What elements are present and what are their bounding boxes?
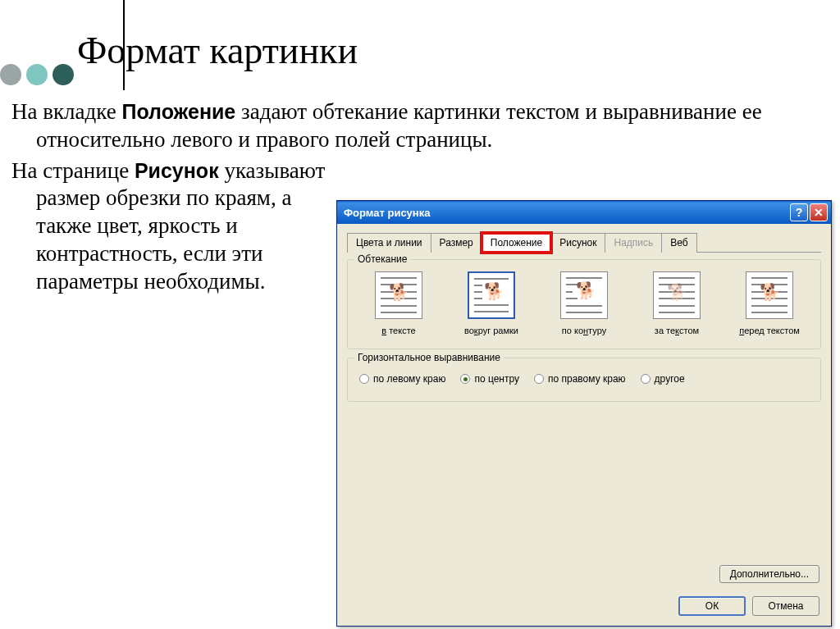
tab-position[interactable]: Положение (482, 233, 551, 253)
decorative-dots (0, 64, 74, 85)
wrap-front-label: перед текстом (739, 326, 800, 335)
align-other[interactable]: другое (641, 373, 685, 385)
wrap-tight[interactable]: 🐕 по контуру (543, 271, 625, 335)
wrap-square-icon: 🐕 (468, 271, 515, 319)
wrap-tight-icon: 🐕 (560, 271, 608, 319)
wrap-fieldset: Обтекание 🐕 в тексте 🐕 вокруг рамки (347, 259, 821, 349)
wrap-behind-icon: 🐕 (653, 271, 701, 319)
dialog-titlebar[interactable]: Формат рисунка ? ✕ (337, 201, 831, 224)
para1-bold: Положение (121, 100, 235, 123)
dialog-tabs: Цвета и линии Размер Положение Рисунок Н… (347, 232, 821, 253)
format-picture-dialog: Формат рисунка ? ✕ Цвета и линии Размер … (336, 200, 832, 627)
tab-picture[interactable]: Рисунок (550, 233, 605, 253)
close-button[interactable]: ✕ (810, 203, 828, 221)
ok-button[interactable]: ОК (678, 596, 746, 616)
tab-colors-lines[interactable]: Цвета и линии (347, 233, 431, 253)
wrap-legend: Обтекание (354, 253, 410, 265)
cancel-button[interactable]: Отмена (752, 596, 819, 616)
wrap-front-icon: 🐕 (746, 271, 793, 319)
tab-textbox: Надпись (605, 233, 662, 253)
align-left[interactable]: по левому краю (359, 373, 445, 385)
radio-icon (460, 374, 470, 384)
dialog-title: Формат рисунка (344, 207, 788, 219)
tab-size[interactable]: Размер (431, 233, 482, 253)
align-right-label: по правому краю (548, 373, 626, 385)
radio-icon (641, 374, 651, 384)
align-other-label: другое (655, 373, 685, 385)
align-center-label: по центру (474, 373, 519, 385)
radio-icon (359, 374, 369, 384)
para2-bold: Рисунок (135, 159, 219, 182)
align-right[interactable]: по правому краю (534, 373, 626, 385)
align-fieldset: Горизонтальное выравнивание по левому кр… (347, 358, 821, 402)
wrap-behind[interactable]: 🐕 за текстом (636, 271, 718, 335)
para2-a: На странице (11, 158, 135, 183)
wrap-square-label: вокруг рамки (464, 326, 518, 335)
para1-a: На вкладке (11, 99, 121, 124)
slide-title: Формат картинки (77, 29, 358, 72)
advanced-button[interactable]: Дополнительно... (719, 565, 819, 583)
wrap-behind-label: за текстом (655, 326, 699, 335)
wrap-inline-label: в тексте (381, 326, 415, 335)
align-legend: Горизонтальное выравнивание (354, 352, 504, 363)
align-center[interactable]: по центру (460, 373, 519, 385)
tab-web[interactable]: Веб (661, 233, 696, 253)
wrap-tight-label: по контуру (562, 326, 606, 335)
align-left-label: по левому краю (373, 373, 445, 385)
wrap-square[interactable]: 🐕 вокруг рамки (450, 271, 532, 335)
wrap-inline[interactable]: 🐕 в тексте (358, 271, 440, 335)
wrap-inline-icon: 🐕 (375, 271, 422, 319)
wrap-front[interactable]: 🐕 перед текстом (728, 271, 810, 335)
help-button[interactable]: ? (790, 203, 808, 221)
radio-icon (534, 374, 544, 384)
